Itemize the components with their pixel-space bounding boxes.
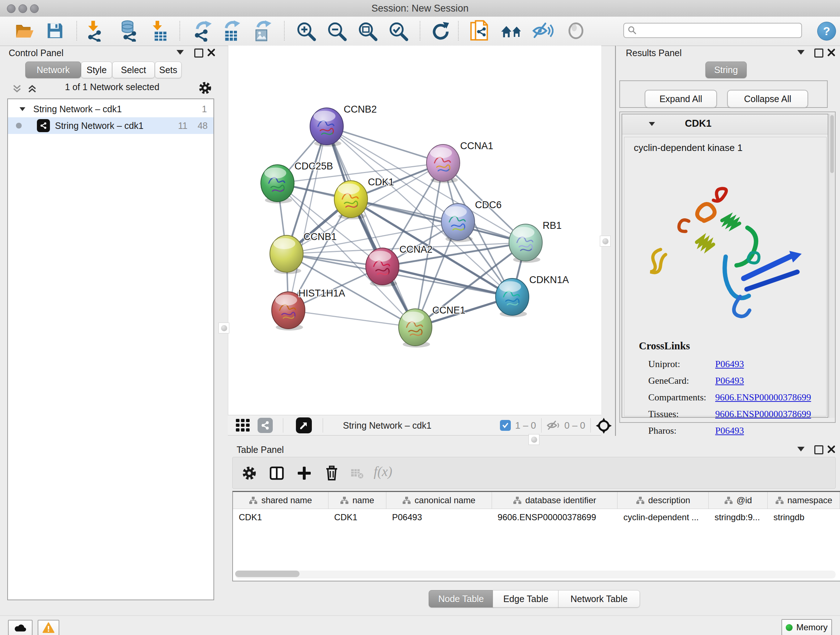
network-node-RB1[interactable] <box>509 224 542 263</box>
control-panel-close-icon[interactable] <box>207 48 216 57</box>
export-table-icon[interactable] <box>219 19 243 43</box>
crosslink-value-link[interactable]: P06493 <box>715 425 744 436</box>
export-image-icon[interactable] <box>250 19 274 43</box>
table-panel-close-icon[interactable] <box>827 445 836 454</box>
search-field[interactable] <box>623 23 802 38</box>
save-session-icon[interactable] <box>43 19 67 43</box>
tab-string[interactable]: String <box>706 62 747 78</box>
column-header-description[interactable]: description <box>617 492 709 509</box>
network-edge-CCNE1-HIST1H1A[interactable] <box>288 310 415 327</box>
grid-view-icon[interactable] <box>235 418 251 432</box>
network-row[interactable]: String Network – cdk1 11 48 <box>8 117 213 134</box>
tab-node-table[interactable]: Node Table <box>429 590 493 608</box>
tab-sets[interactable]: Sets <box>155 62 182 78</box>
crosslink-value-link[interactable]: P06493 <box>715 375 744 386</box>
refresh-icon[interactable] <box>428 19 452 43</box>
table-panel-collapse-icon[interactable] <box>797 447 805 451</box>
highlight-eye-icon[interactable] <box>564 19 588 43</box>
results-scrollbar[interactable] <box>829 114 835 418</box>
column-tree-icon <box>249 496 257 505</box>
tab-style[interactable]: Style <box>81 62 112 78</box>
column-header-namespace[interactable]: namespace <box>767 492 840 509</box>
column-header-canonical-name[interactable]: canonical name <box>386 492 492 509</box>
import-table-icon[interactable] <box>147 19 171 43</box>
right-splitter-handle[interactable] <box>600 236 611 247</box>
network-options-gear-icon[interactable] <box>197 80 213 96</box>
collapse-all-icon[interactable] <box>11 83 22 94</box>
open-session-icon[interactable] <box>13 19 36 43</box>
table-cell[interactable]: CDK1 <box>328 509 386 526</box>
import-network-database-icon[interactable] <box>117 19 141 43</box>
crosslink-value-link[interactable]: 9606.ENSP00000378699 <box>715 392 811 403</box>
show-columns-icon[interactable] <box>268 464 286 482</box>
tab-network[interactable]: Network <box>25 62 81 78</box>
table-panel-float-icon[interactable] <box>814 445 823 454</box>
collapse-all-button[interactable]: Collapse All <box>727 90 808 108</box>
tab-network-table[interactable]: Network Table <box>558 590 640 608</box>
hide-unhide-icon[interactable] <box>531 19 554 43</box>
export-network-icon[interactable] <box>191 19 215 43</box>
cloud-status-button[interactable] <box>8 620 33 635</box>
table-cell[interactable]: stringdb:9... <box>709 509 767 526</box>
table-cell[interactable]: P06493 <box>386 509 492 526</box>
selected-checkbox-icon[interactable] <box>500 420 511 431</box>
bottom-splitter-handle[interactable] <box>529 434 539 445</box>
table-horizontal-scrollbar[interactable] <box>235 570 836 578</box>
toolbar-separator <box>420 21 420 41</box>
network-node-CDK1[interactable] <box>334 181 368 219</box>
network-edge-CCNB2-CCNA1[interactable] <box>327 126 443 163</box>
column-header-shared-name[interactable]: shared name <box>233 492 328 509</box>
control-panel-float-icon[interactable] <box>194 49 203 57</box>
column-header--id[interactable]: @id <box>709 492 767 509</box>
left-splitter-handle[interactable] <box>218 323 229 333</box>
zoom-selected-icon[interactable] <box>386 19 410 43</box>
create-column-plus-icon[interactable] <box>295 464 313 482</box>
share-document-icon[interactable] <box>468 19 492 43</box>
network-node-CDKN1A[interactable] <box>496 279 529 317</box>
table-cell[interactable]: stringdb <box>767 509 840 526</box>
crosslink-value-link[interactable]: P06493 <box>715 359 744 370</box>
warning-status-button[interactable] <box>38 620 59 635</box>
crosslink-value-link[interactable]: 9606.ENSP00000378699 <box>715 409 811 420</box>
window-zoom-button[interactable] <box>30 4 39 13</box>
network-share-view-icon[interactable] <box>257 418 273 433</box>
network-node-CDC25B[interactable] <box>261 165 294 203</box>
tab-edge-table[interactable]: Edge Table <box>493 590 559 608</box>
toolbar-separator <box>180 21 180 41</box>
network-node-CCNA1[interactable] <box>426 144 460 183</box>
expand-all-button[interactable]: Expand All <box>645 90 717 108</box>
help-icon[interactable]: ? <box>817 22 836 41</box>
column-header-name[interactable]: name <box>328 492 386 509</box>
table-settings-gear-icon[interactable] <box>240 464 258 482</box>
import-network-icon[interactable] <box>82 19 106 43</box>
table-cell[interactable]: CDK1 <box>233 509 328 526</box>
zoom-fit-icon[interactable] <box>355 19 379 43</box>
column-header-database-identifier[interactable]: database identifier <box>492 492 618 509</box>
table-row[interactable]: CDK1CDK1P064939606.ENSP00000378699cyclin… <box>233 509 840 526</box>
memory-button[interactable]: Memory <box>782 619 832 635</box>
network-node-CCNE1[interactable] <box>399 309 432 348</box>
results-panel-float-icon[interactable] <box>814 49 823 57</box>
network-collection-row[interactable]: String Network – cdk1 1 <box>8 101 213 117</box>
window-minimize-button[interactable] <box>19 4 27 13</box>
collection-expander-icon[interactable] <box>19 107 25 111</box>
results-panel-close-icon[interactable] <box>827 48 836 57</box>
window-close-button[interactable] <box>7 4 16 13</box>
delete-column-trash-icon[interactable] <box>323 464 340 482</box>
gene-card-header[interactable]: CDK1 <box>622 114 828 134</box>
search-input[interactable] <box>637 25 794 36</box>
table-cell[interactable]: 9606.ENSP00000378699 <box>492 509 618 526</box>
network-node-CCNB1[interactable] <box>270 235 303 274</box>
table-cell[interactable]: cyclin-dependent ... <box>617 509 709 526</box>
zoom-out-icon[interactable] <box>325 19 348 43</box>
zoom-in-icon[interactable] <box>294 19 317 43</box>
detach-view-icon[interactable] <box>296 417 312 433</box>
tab-select[interactable]: Select <box>112 62 155 78</box>
home-icon[interactable] <box>500 19 523 43</box>
scrollbar-thumb[interactable] <box>235 570 300 577</box>
birdseye-navigator-icon[interactable] <box>595 417 612 434</box>
results-panel-collapse-icon[interactable] <box>797 50 805 55</box>
control-panel-collapse-icon[interactable] <box>177 50 184 55</box>
expand-all-icon[interactable] <box>27 83 38 94</box>
results-panel-divider[interactable] <box>615 46 616 436</box>
